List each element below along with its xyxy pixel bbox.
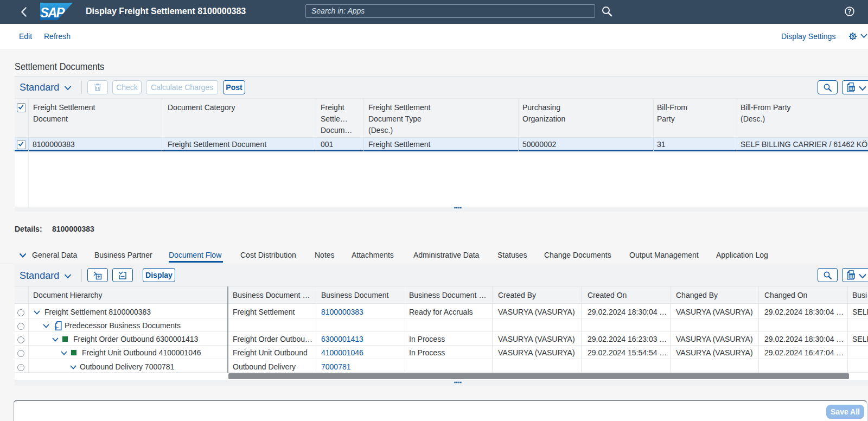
svg-text:?: ? — [847, 8, 851, 15]
